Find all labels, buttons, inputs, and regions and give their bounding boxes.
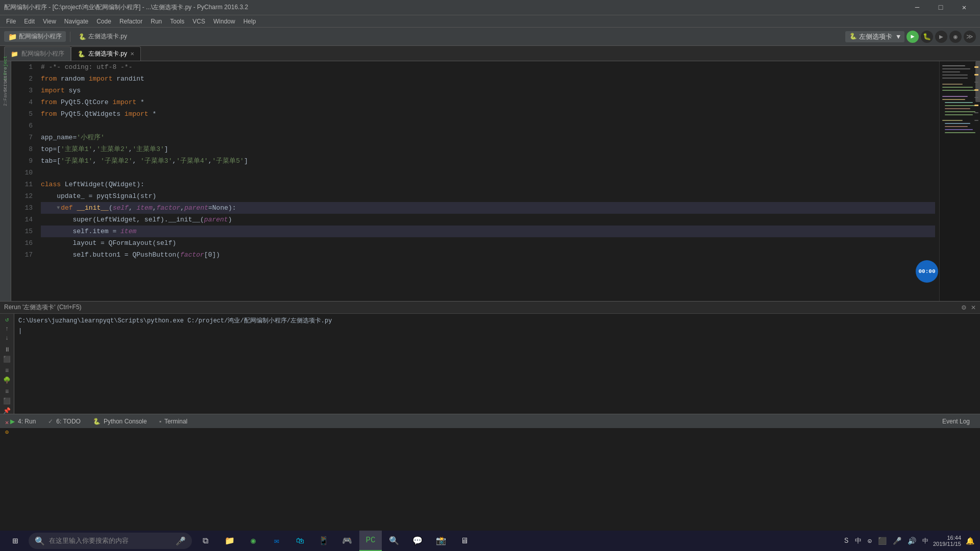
minimap-content [940, 61, 980, 301]
rerun-close-icon[interactable]: ✕ [971, 304, 976, 311]
active-tab-label: 左侧选项卡.py [88, 49, 127, 58]
start-button[interactable]: ⊞ [4, 531, 27, 551]
svg-rect-17 [945, 123, 970, 124]
code-line-11: class LeftWidget(QWidget): [41, 179, 935, 190]
taskbar-app6[interactable]: 🎮 [336, 531, 358, 551]
menu-code[interactable]: Code [92, 17, 115, 26]
settings-small-button[interactable]: ≡ [2, 388, 13, 395]
task-view-button[interactable]: ⧉ [194, 531, 216, 551]
taskbar-search[interactable]: 🔍 在这里输入你要搜索的内容 🎤 [29, 533, 192, 549]
event-log-label: Event Log [942, 418, 970, 425]
taskbar-search-placeholder: 在这里输入你要搜索的内容 [49, 536, 129, 545]
status-right: Event Log [936, 414, 976, 429]
more-button[interactable]: ≫ [964, 31, 976, 43]
scroll-up-button[interactable]: ↑ [2, 325, 13, 333]
tab-active-file[interactable]: 🐍 左侧选项卡.py ✕ [71, 46, 141, 61]
taskbar-datetime[interactable]: 16:44 2019/11/15 [933, 535, 961, 547]
status-tab-terminal[interactable]: ▪ Terminal [153, 414, 194, 429]
rerun-button[interactable]: ↺ [2, 316, 13, 323]
tray-app4[interactable]: ⬛ [876, 537, 888, 545]
tray-sound[interactable]: 🔊 [906, 537, 918, 545]
svg-rect-27 [974, 105, 978, 106]
debug-button[interactable]: 🐛 [921, 31, 933, 43]
run-config-selector[interactable]: 🐍 左侧选项卡 ▼ [845, 31, 904, 42]
taskbar-app5[interactable]: 📱 [312, 531, 335, 551]
svg-rect-26 [974, 97, 978, 98]
tab-project[interactable]: 📁 配网编制小程序 [4, 46, 71, 61]
svg-rect-19 [945, 129, 973, 130]
menu-vcs[interactable]: VCS [188, 17, 209, 26]
svg-rect-20 [945, 132, 975, 133]
status-tab-run[interactable]: ▶ 4: Run [4, 414, 42, 429]
code-line-7: app_name='小程序' [41, 132, 935, 143]
code-line-6 [41, 120, 935, 132]
taskbar-explorer[interactable]: 📁 [218, 531, 241, 551]
svg-rect-2 [942, 68, 970, 69]
editor-area[interactable]: 1 2 3 4 5 6 7 8 9 10 11 12 13 14 15 16 1… [11, 61, 980, 301]
taskbar-tray: S 中 ⊙ ⬛ 🎤 🔊 中 16:44 2019/11/15 🔔 [843, 535, 976, 547]
menu-view[interactable]: View [39, 17, 60, 26]
svg-rect-15 [945, 114, 973, 115]
step-button[interactable]: ⬛ [2, 356, 13, 363]
status-tab-todo[interactable]: ✓ 6: TODO [42, 414, 87, 429]
taskbar-chrome[interactable]: ◉ [242, 531, 264, 551]
run-cursor-line: | [18, 326, 976, 336]
menu-edit[interactable]: Edit [20, 17, 39, 26]
maximize-button[interactable]: □ [929, 0, 952, 15]
menu-window[interactable]: Window [209, 17, 239, 26]
project-tab-label: 配网编制小程序 [21, 49, 64, 58]
menu-refactor[interactable]: Refactor [115, 17, 146, 26]
profile-button[interactable]: ◉ [949, 31, 962, 43]
taskbar-time: 16:44 [933, 535, 961, 541]
tray-notification[interactable]: 🔔 [964, 537, 976, 545]
tray-app3[interactable]: ⊙ [866, 537, 873, 545]
taskbar-date: 2019/11/15 [933, 541, 961, 547]
taskbar-wechat[interactable]: 💬 [406, 531, 429, 551]
svg-rect-5 [942, 78, 968, 79]
taskbar-outlook[interactable]: ✉ [265, 531, 288, 551]
rerun-bar: Rerun '左侧选项卡' (Ctrl+F5) ⚙ ✕ [0, 302, 980, 314]
tray-mic[interactable]: 🎤 [891, 537, 903, 545]
menu-file[interactable]: File [2, 17, 20, 26]
scroll-down-button[interactable]: ↓ [2, 335, 13, 342]
sidebar-favorites-icon[interactable]: 2:Favorites [1, 86, 11, 96]
taskbar-app9[interactable]: 📸 [430, 531, 452, 551]
pause-button[interactable]: ⏸ [2, 346, 13, 354]
svg-rect-7 [942, 87, 973, 88]
minimize-button[interactable]: ─ [905, 0, 929, 15]
run-terminal[interactable]: C:\Users\juzhang\learnpyqt\Scripts\pytho… [14, 314, 980, 414]
menu-tools[interactable]: Tools [166, 17, 188, 26]
code-content[interactable]: # -*- coding: utf-8 -*- from random impo… [37, 61, 939, 301]
rerun-right: ⚙ ✕ [961, 304, 976, 311]
svg-rect-1 [942, 65, 965, 66]
tab-close-icon[interactable]: ✕ [130, 51, 134, 57]
copy-button[interactable]: ⬛ [2, 397, 13, 405]
tray-chinese-ime[interactable]: 中 [853, 536, 863, 545]
taskbar-search2[interactable]: 🔍 [383, 531, 405, 551]
menu-run[interactable]: Run [146, 17, 166, 26]
taskbar-app10[interactable]: 🖥 [453, 531, 476, 551]
tree-button[interactable]: 🌳 [2, 377, 13, 384]
code-line-17: self.button1 = QPushButton(factor[0]) [41, 249, 935, 261]
title-bar: 配网编制小程序 - [C:\project\鸿业\配网编制小程序] - ...\… [0, 0, 980, 15]
file-tab[interactable]: 🐍 左侧选项卡.py [75, 31, 131, 42]
filter-button[interactable]: ≡ [2, 367, 13, 374]
menu-navigate[interactable]: Navigate [60, 17, 92, 26]
taskbar-store[interactable]: 🛍 [289, 531, 311, 551]
warning-button[interactable]: ⊙ [2, 429, 13, 436]
rerun-settings-icon[interactable]: ⚙ [961, 304, 967, 311]
run-button[interactable]: ▶ [906, 31, 919, 43]
project-selector[interactable]: 📁 配网编制小程序 [4, 31, 66, 42]
tray-network[interactable]: 中 [921, 537, 930, 545]
cover-button[interactable]: ▶ [935, 31, 947, 43]
menu-help[interactable]: Help [239, 17, 260, 26]
window-controls: ─ □ ✕ [905, 0, 976, 15]
taskbar-pycharm[interactable]: PC [359, 531, 382, 551]
close-button[interactable]: ✕ [952, 0, 976, 15]
status-tab-python-console[interactable]: 🐍 Python Console [87, 414, 153, 429]
event-log-tab[interactable]: Event Log [936, 414, 976, 429]
tray-app1[interactable]: S [843, 537, 850, 545]
svg-rect-18 [945, 126, 968, 127]
code-line-16: layout = QFormLayout(self) [41, 237, 935, 249]
toolbar: 📁 配网编制小程序 🐍 左侧选项卡.py 🐍 左侧选项卡 ▼ ▶ 🐛 ▶ ◉ ≫ [0, 28, 980, 46]
